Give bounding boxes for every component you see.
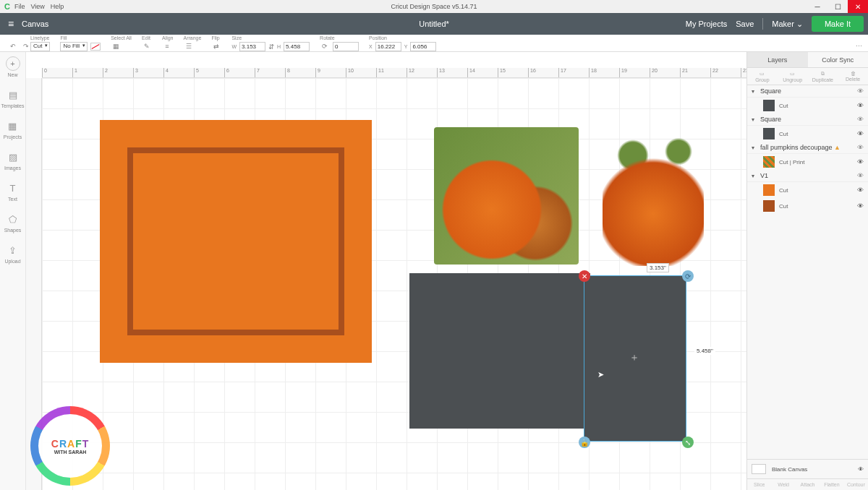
weld-button[interactable]: Weld [771, 479, 795, 490]
visibility-eye-icon[interactable]: 👁 [857, 144, 864, 151]
my-projects-link[interactable]: My Projects [686, 20, 727, 28]
os-titlebar: C File View Help Cricut Design Space v5.… [0, 0, 868, 13]
tab-color-sync[interactable]: Color Sync [808, 52, 869, 67]
selection-rotate-handle[interactable]: ⟳ [682, 270, 694, 282]
layer-sub-row[interactable]: Cut👁 [747, 198, 868, 214]
layer-sub-row[interactable]: Cut👁 [747, 182, 868, 198]
plus-icon: + [6, 56, 20, 71]
document-title[interactable]: Untitled* [419, 20, 449, 28]
mouse-cursor-icon: ➤ [597, 370, 604, 379]
make-it-button[interactable]: Make It [812, 16, 864, 32]
visibility-eye-icon[interactable]: 👁 [857, 130, 864, 137]
left-rail: +New ▤Templates ▦Projects ▨Images TText … [0, 52, 26, 490]
text-button[interactable]: TText [6, 181, 20, 202]
visibility-eye-icon[interactable]: 👁 [857, 116, 864, 123]
window-close-button[interactable]: ✕ [848, 0, 868, 13]
edit-icon[interactable]: ✎ [142, 41, 152, 51]
canvas-object-pumpkins-image[interactable] [434, 127, 579, 265]
selection-delete-handle[interactable]: ✕ [579, 270, 590, 282]
layer-row[interactable]: ▾Square👁 [747, 113, 868, 126]
layer-operation-label: Cut [779, 203, 788, 210]
canvas-object-square-1[interactable] [409, 273, 590, 429]
select-all-icon[interactable]: ▦ [111, 41, 121, 51]
new-button[interactable]: +New [6, 56, 20, 77]
canvas-object-pumpkin-single[interactable] [603, 136, 704, 266]
menu-view[interactable]: View [30, 3, 44, 10]
layer-row[interactable]: ▾V1👁 [747, 170, 868, 182]
breadcrumb-canvas: Canvas [22, 20, 48, 28]
undo-icon[interactable]: ↶ [9, 41, 17, 51]
visibility-eye-icon[interactable]: 👁 [857, 202, 864, 210]
shapes-button[interactable]: ⬠Shapes [4, 212, 22, 233]
fill-swatch-none-icon[interactable] [90, 43, 101, 51]
save-button[interactable]: Save [736, 20, 754, 28]
position-x-input[interactable] [375, 42, 401, 51]
templates-button[interactable]: ▤Templates [1, 87, 25, 108]
contour-button[interactable]: Contour [844, 479, 868, 490]
upload-button[interactable]: ⇪Upload [4, 243, 20, 264]
delete-button[interactable]: 🗑Delete [838, 68, 868, 85]
layers-footer: SliceWeldAttachFlattenContour [747, 478, 868, 490]
menu-file[interactable]: File [14, 3, 25, 10]
layer-sub-row[interactable]: Cut👁 [747, 98, 868, 113]
size-width-input[interactable] [239, 42, 265, 51]
menu-help[interactable]: Help [51, 3, 64, 10]
visibility-eye-icon[interactable]: 👁 [857, 172, 864, 179]
design-canvas[interactable]: ✕ ⟳ 🔒 ⤡ ＋ 3.153" 5.458" ➤ [42, 78, 746, 490]
window-minimize-button[interactable]: ─ [807, 0, 827, 13]
label-fill: Fill [60, 35, 101, 40]
attach-button[interactable]: Attach [796, 479, 820, 490]
blank-canvas-row[interactable]: Blank Canvas 👁 [747, 460, 868, 478]
visibility-eye-icon[interactable]: 👁 [857, 186, 864, 194]
visibility-eye-icon[interactable]: 👁 [857, 87, 864, 95]
align-icon[interactable]: ≡ [162, 41, 172, 51]
layer-sub-row[interactable]: Cut👁 [747, 126, 868, 142]
size-height-input[interactable] [284, 42, 310, 51]
slice-button[interactable]: Slice [747, 479, 771, 490]
more-options-icon[interactable]: ⋯ [854, 41, 864, 51]
app-logo-icon: C [4, 2, 10, 11]
position-y-input[interactable] [410, 42, 436, 51]
layer-operation-label: Cut [779, 103, 788, 109]
layers-list: ▾Square👁Cut👁▾Square👁Cut👁▾fall pumpkins d… [747, 85, 868, 459]
layer-swatch [763, 100, 775, 111]
projects-button[interactable]: ▦Projects [4, 119, 22, 139]
linetype-select[interactable]: Cut [30, 42, 50, 51]
images-icon: ▨ [6, 150, 20, 164]
hamburger-menu-icon[interactable]: ≡ [0, 18, 22, 30]
selection-resize-handle[interactable]: ⤡ [682, 437, 694, 448]
watermark-text1: CRAFT [51, 438, 90, 450]
edit-toolbar: ↶ ↷ Linetype Cut Fill No Fill Select All… [0, 35, 868, 52]
group-button[interactable]: ▭Group [747, 68, 778, 85]
selection-lock-handle[interactable]: 🔒 [579, 437, 590, 448]
machine-selector[interactable]: Maker ⌄ [772, 20, 803, 29]
flatten-button[interactable]: Flatten [820, 479, 843, 490]
duplicate-button[interactable]: ⧉Duplicate [808, 68, 838, 85]
header-bar: ≡ Canvas Untitled* My Projects Save Make… [0, 13, 868, 35]
canvas-object-frame[interactable] [100, 120, 372, 363]
flip-icon[interactable]: ⇄ [211, 41, 221, 51]
layer-row[interactable]: ▾fall pumpkins decoupage ▲👁 [747, 142, 868, 154]
rotate-icon: ⟳ [320, 41, 330, 51]
text-icon: T [6, 181, 20, 195]
label-position: Position [369, 35, 436, 40]
fill-select[interactable]: No Fill [60, 42, 88, 51]
visibility-eye-icon[interactable]: 👁 [857, 102, 864, 109]
visibility-eye-icon[interactable]: 👁 [858, 466, 864, 473]
blank-canvas-label: Blank Canvas [772, 466, 807, 473]
window-maximize-button[interactable]: ☐ [827, 0, 848, 13]
visibility-eye-icon[interactable]: 👁 [857, 158, 864, 166]
redo-icon[interactable]: ↷ [22, 41, 30, 51]
projects-icon: ▦ [5, 119, 20, 133]
size-lock-icon[interactable]: ⇵ [268, 43, 274, 51]
tab-layers[interactable]: Layers [747, 52, 808, 67]
label-linetype: Linetype [30, 35, 50, 40]
layer-operation-label: Cut [779, 187, 788, 194]
right-panel: Layers Color Sync ▭Group ▭Ungroup ⧉Dupli… [746, 52, 868, 490]
arrange-icon[interactable]: ☰ [184, 41, 194, 51]
layer-row[interactable]: ▾Square👁 [747, 85, 868, 98]
rotate-input[interactable] [333, 42, 359, 51]
layer-sub-row[interactable]: Cut | Print👁 [747, 154, 868, 170]
images-button[interactable]: ▨Images [4, 150, 21, 171]
ungroup-button[interactable]: ▭Ungroup [778, 68, 808, 85]
